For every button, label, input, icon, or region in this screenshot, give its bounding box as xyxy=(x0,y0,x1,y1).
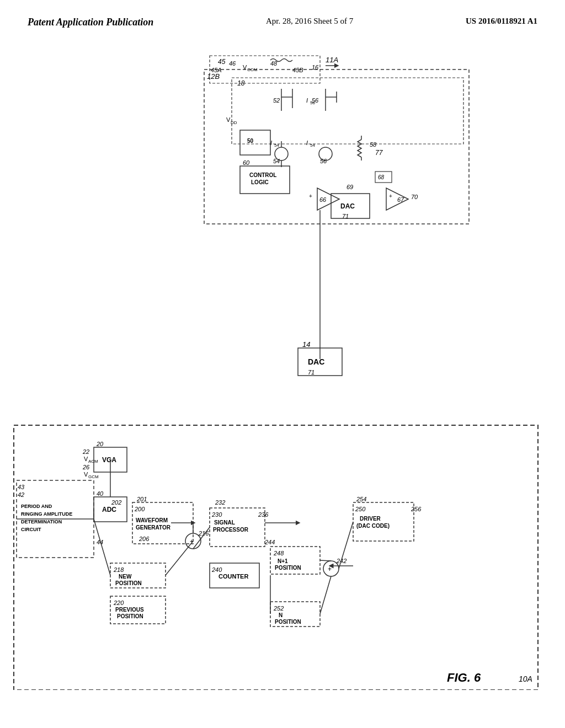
svg-text:45: 45 xyxy=(218,58,226,66)
svg-text:GENERATOR: GENERATOR xyxy=(136,524,171,531)
svg-text:252: 252 xyxy=(273,605,284,612)
svg-text:ACM: ACM xyxy=(88,459,98,464)
svg-text:I: I xyxy=(306,140,308,146)
svg-text:VGA: VGA xyxy=(102,456,116,464)
svg-text:201: 201 xyxy=(136,496,147,502)
svg-text:PERIOD AND: PERIOD AND xyxy=(21,504,52,509)
svg-text:220: 220 xyxy=(113,599,124,606)
svg-text:44: 44 xyxy=(97,539,103,545)
svg-text:202: 202 xyxy=(111,499,121,506)
svg-text:LOGIC: LOGIC xyxy=(251,179,269,185)
svg-text:DAC: DAC xyxy=(340,202,355,210)
svg-text:V: V xyxy=(226,116,231,123)
patent-number: US 2016/0118921 A1 xyxy=(466,17,537,25)
header-left: Patent Application Publication xyxy=(28,17,153,28)
svg-text:22: 22 xyxy=(82,448,89,455)
svg-text:244: 244 xyxy=(264,539,275,545)
svg-text:ADC: ADC xyxy=(102,506,116,513)
svg-text:NEW: NEW xyxy=(119,574,132,580)
svg-text:200: 200 xyxy=(134,506,145,512)
header-right: US 2016/0118921 A1 xyxy=(466,17,537,26)
svg-text:52: 52 xyxy=(273,97,280,104)
svg-text:45A: 45A xyxy=(211,67,222,73)
svg-text:58: 58 xyxy=(370,141,377,148)
svg-text:RINGING AMPLITUDE: RINGING AMPLITUDE xyxy=(21,511,72,517)
svg-text:DRIVER: DRIVER xyxy=(360,516,381,522)
svg-text:256: 256 xyxy=(411,506,422,512)
diagram-container: 12B 18 V DD 50 CONTROL LOGIC 60 52 xyxy=(0,39,565,690)
svg-text:CIRCUIT: CIRCUIT xyxy=(21,527,41,532)
svg-text:PREVIOUS: PREVIOUS xyxy=(115,607,144,613)
svg-text:+: + xyxy=(328,565,332,573)
svg-text:230: 230 xyxy=(211,511,222,518)
svg-text:COUNTER: COUNTER xyxy=(218,573,248,580)
svg-text:56: 56 xyxy=(312,97,319,104)
svg-text:POSITION: POSITION xyxy=(117,613,143,619)
svg-text:50: 50 xyxy=(247,138,254,144)
svg-text:12B: 12B xyxy=(207,72,220,81)
svg-text:54: 54 xyxy=(273,158,280,164)
svg-text:+: + xyxy=(309,193,312,199)
svg-text:54: 54 xyxy=(310,143,315,148)
svg-text:SIGNAL: SIGNAL xyxy=(214,520,235,526)
svg-text:71: 71 xyxy=(308,369,315,376)
svg-line-133 xyxy=(320,576,331,614)
svg-text:POSITION: POSITION xyxy=(115,580,142,586)
svg-text:DAC: DAC xyxy=(308,357,324,366)
svg-text:I: I xyxy=(270,140,272,146)
svg-text:CONTROL: CONTROL xyxy=(249,172,276,178)
svg-text:56: 56 xyxy=(320,158,327,164)
svg-text:PROCESSOR: PROCESSOR xyxy=(213,527,249,533)
svg-text:+: + xyxy=(389,193,392,199)
svg-text:66: 66 xyxy=(319,196,327,203)
svg-text:42: 42 xyxy=(18,491,24,498)
svg-text:71: 71 xyxy=(342,213,349,220)
svg-text:N: N xyxy=(279,612,282,618)
svg-text:(DAC CODE): (DAC CODE) xyxy=(356,523,390,529)
svg-line-128 xyxy=(94,519,110,575)
svg-text:I: I xyxy=(306,97,308,104)
svg-text:FIG. 6: FIG. 6 xyxy=(447,671,481,684)
svg-text:V: V xyxy=(243,64,247,71)
svg-text:COM: COM xyxy=(247,67,258,72)
svg-text:26: 26 xyxy=(82,464,90,470)
svg-text:WAVEFORM: WAVEFORM xyxy=(136,517,168,523)
svg-text:V: V xyxy=(84,471,88,478)
svg-text:46: 46 xyxy=(229,60,236,67)
svg-rect-6 xyxy=(240,130,270,155)
svg-text:77: 77 xyxy=(375,149,383,157)
svg-text:206: 206 xyxy=(138,536,150,542)
svg-text:40: 40 xyxy=(97,490,104,497)
svg-text:POSITION: POSITION xyxy=(275,619,301,625)
header: Patent Application Publication Apr. 28, … xyxy=(0,0,565,34)
svg-text:69: 69 xyxy=(347,184,353,190)
publication-title: Patent Application Publication xyxy=(28,17,153,28)
svg-rect-2 xyxy=(232,78,463,144)
svg-line-130 xyxy=(166,541,193,575)
svg-text:45B: 45B xyxy=(292,67,303,73)
svg-text:236: 236 xyxy=(258,511,269,518)
svg-text:DETERMINATION: DETERMINATION xyxy=(21,519,62,524)
svg-text:240: 240 xyxy=(211,566,222,573)
svg-text:20: 20 xyxy=(96,441,104,447)
date-sheet: Apr. 28, 2016 Sheet 5 of 7 xyxy=(266,17,353,25)
svg-text:V: V xyxy=(84,456,88,462)
svg-text:14: 14 xyxy=(302,340,310,349)
svg-text:218: 218 xyxy=(113,566,124,573)
svg-text:232: 232 xyxy=(215,499,225,506)
svg-text:67: 67 xyxy=(397,196,404,203)
svg-line-134 xyxy=(320,560,331,561)
svg-text:GCM: GCM xyxy=(88,474,99,479)
svg-text:60: 60 xyxy=(243,159,250,166)
circuit-diagram: 12B 18 V DD 50 CONTROL LOGIC 60 52 xyxy=(0,39,565,690)
svg-text:254: 254 xyxy=(356,496,366,502)
svg-text:DD: DD xyxy=(231,120,237,125)
svg-text:11A: 11A xyxy=(326,56,338,64)
header-center: Apr. 28, 2016 Sheet 5 of 7 xyxy=(266,17,353,26)
svg-text:POSITION: POSITION xyxy=(275,565,301,571)
svg-text:68: 68 xyxy=(378,174,385,180)
page: Patent Application Publication Apr. 28, … xyxy=(0,0,565,728)
svg-text:16: 16 xyxy=(312,64,319,71)
svg-text:250: 250 xyxy=(355,506,366,512)
svg-text:N+1: N+1 xyxy=(278,558,288,564)
